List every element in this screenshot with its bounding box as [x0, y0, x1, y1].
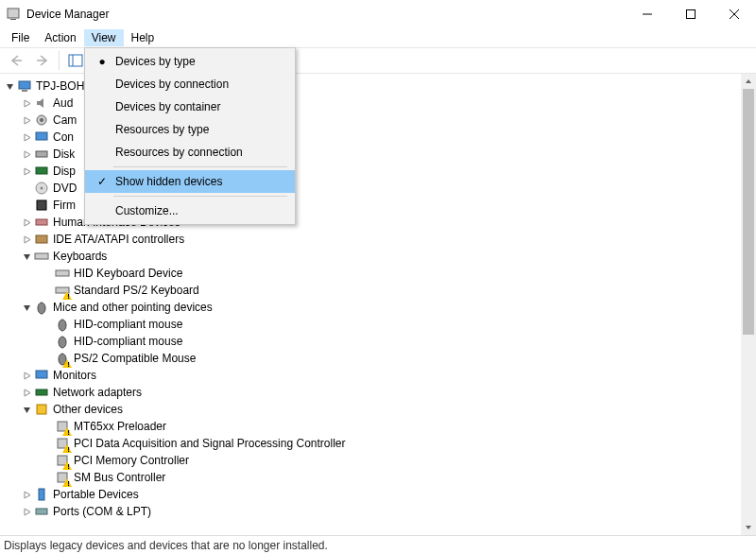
expand-icon[interactable]: [21, 216, 32, 228]
menu-help[interactable]: Help: [124, 29, 163, 46]
tree-label: Firm: [53, 199, 76, 212]
tree-ps2-keyboard[interactable]: Standard PS/2 Keyboard: [0, 282, 741, 299]
collapse-icon[interactable]: [21, 404, 32, 415]
radio-check-icon: ●: [93, 55, 112, 68]
tree-label: Other devices: [53, 403, 123, 416]
tree-label: DVD: [53, 182, 77, 195]
tree-hid-mouse-2[interactable]: HID-compliant mouse: [0, 333, 741, 350]
expand-icon[interactable]: [21, 234, 32, 245]
menu-customize[interactable]: Customize...: [85, 199, 295, 222]
tree-mt65xx[interactable]: MT65xx Preloader: [0, 418, 741, 435]
menu-devices-by-type[interactable]: ● Devices by type: [85, 50, 295, 73]
tree-pci-data[interactable]: PCI Data Acquisition and Signal Processi…: [0, 435, 741, 452]
expand-icon[interactable]: [21, 489, 32, 500]
tree-mice[interactable]: Mice and other pointing devices: [0, 299, 741, 316]
scroll-down-button[interactable]: [741, 520, 756, 535]
svg-rect-23: [56, 270, 69, 276]
scroll-up-button[interactable]: [741, 74, 756, 89]
monitor-icon: [34, 368, 49, 383]
svg-point-13: [40, 118, 43, 122]
tree-hid-mouse-1[interactable]: HID-compliant mouse: [0, 316, 741, 333]
tree-sm-bus[interactable]: SM Bus Controller: [0, 469, 741, 486]
expand-icon[interactable]: [21, 506, 32, 517]
tree-label: Monitors: [53, 369, 96, 382]
keyboard-icon: [34, 249, 49, 264]
tree-label: Portable Devices: [53, 488, 139, 501]
tree-network[interactable]: Network adapters: [0, 384, 741, 401]
camera-icon: [34, 113, 49, 128]
menu-separator: [113, 166, 287, 167]
menu-action[interactable]: Action: [37, 29, 83, 46]
menu-resources-by-connection[interactable]: Resources by connection: [85, 141, 295, 164]
menu-show-hidden-devices[interactable]: ✓ Show hidden devices: [85, 170, 295, 193]
menu-resources-by-type[interactable]: Resources by type: [85, 118, 295, 141]
collapse-icon[interactable]: [21, 302, 32, 313]
tree-hid-keyboard[interactable]: HID Keyboard Device: [0, 265, 741, 282]
expand-icon[interactable]: [21, 370, 32, 381]
tree-label: PCI Memory Controller: [74, 454, 189, 467]
expand-icon[interactable]: [21, 114, 32, 126]
show-hide-tree-button[interactable]: [65, 50, 86, 71]
svg-rect-24: [56, 287, 69, 293]
svg-rect-11: [22, 90, 27, 92]
app-icon: [6, 7, 21, 22]
unknown-device-icon: [55, 436, 70, 451]
menu-file[interactable]: File: [4, 29, 37, 46]
expand-icon[interactable]: [21, 148, 32, 160]
tree-label: Ports (COM & LPT): [53, 505, 151, 518]
toolbar-separator: [59, 51, 60, 70]
tree-label: Cam: [53, 113, 77, 127]
tree-ps2-mouse[interactable]: PS/2 Compatible Mouse: [0, 350, 741, 367]
tree-label: Disk: [53, 147, 75, 161]
svg-rect-8: [69, 55, 82, 66]
tree-label: Disp: [53, 164, 76, 178]
maximize-button[interactable]: [669, 0, 713, 28]
tree-pci-mem[interactable]: PCI Memory Controller: [0, 452, 741, 469]
collapse-icon[interactable]: [21, 251, 32, 262]
tree-label: HID-compliant mouse: [74, 318, 182, 331]
mouse-icon: [34, 300, 49, 315]
menu-separator-2: [113, 196, 287, 197]
disk-icon: [34, 147, 49, 162]
svg-rect-29: [36, 371, 47, 378]
tree-ide[interactable]: IDE ATA/ATAPI controllers: [0, 231, 741, 248]
forward-button[interactable]: [32, 50, 53, 71]
ide-icon: [34, 232, 49, 247]
minimize-button[interactable]: [626, 0, 669, 28]
back-button[interactable]: [6, 50, 26, 71]
tree-other[interactable]: Other devices: [0, 401, 741, 418]
tree-portable[interactable]: Portable Devices: [0, 486, 741, 503]
expand-icon[interactable]: [21, 387, 32, 398]
tree-monitors[interactable]: Monitors: [0, 367, 741, 384]
tree-keyboards[interactable]: Keyboards: [0, 248, 741, 265]
expand-icon[interactable]: [21, 97, 32, 109]
unknown-device-icon: [55, 453, 70, 468]
collapse-icon[interactable]: [4, 80, 15, 92]
titlebar: Device Manager: [0, 0, 756, 28]
menu-devices-by-connection[interactable]: Devices by connection: [85, 73, 295, 95]
scrollbar-thumb[interactable]: [743, 89, 754, 335]
monitor-icon: [34, 130, 49, 145]
menu-devices-by-container[interactable]: Devices by container: [85, 95, 295, 118]
svg-rect-20: [36, 219, 47, 225]
svg-rect-36: [39, 489, 44, 500]
mouse-warning-icon: [55, 351, 70, 366]
svg-point-26: [59, 320, 66, 331]
svg-rect-32: [58, 422, 67, 431]
expand-icon[interactable]: [21, 131, 32, 143]
view-dropdown: ● Devices by type Devices by connection …: [84, 47, 296, 225]
svg-rect-30: [36, 390, 47, 395]
expand-icon[interactable]: [21, 165, 32, 177]
tree-ports[interactable]: Ports (COM & LPT): [0, 503, 741, 520]
svg-rect-10: [19, 81, 30, 89]
menubar: File Action View Help: [0, 28, 756, 47]
vertical-scrollbar[interactable]: [741, 74, 756, 535]
menu-view[interactable]: View: [84, 29, 124, 46]
tree-label: TPJ-BOH: [36, 79, 84, 93]
svg-rect-33: [58, 439, 67, 448]
close-button[interactable]: [713, 0, 756, 28]
speaker-icon: [34, 95, 49, 111]
svg-rect-34: [58, 456, 67, 465]
check-icon: ✓: [93, 175, 112, 188]
hid-icon: [34, 215, 49, 230]
